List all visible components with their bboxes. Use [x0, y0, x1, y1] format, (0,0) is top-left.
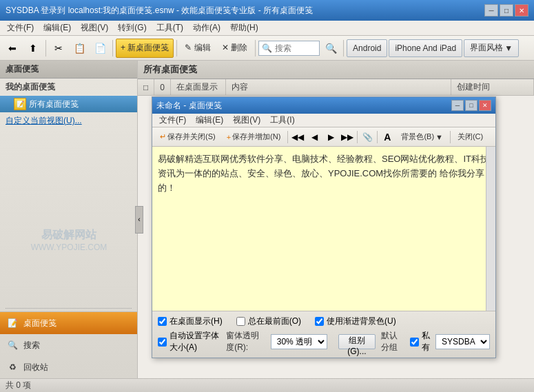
- note-save-close-button[interactable]: ↵ 保存并关闭(S): [155, 130, 220, 145]
- note-footer-row2: 自动设置字体大小(A) 窗体透明度(R): 30% 透明 组别(G)... 默认…: [158, 330, 490, 353]
- status-text: 共 0 项: [6, 380, 31, 391]
- note-scrollbar[interactable]: [486, 147, 495, 311]
- menu-view[interactable]: 视图(V): [76, 21, 112, 35]
- note-window-title: 未命名 - 桌面便笺: [156, 100, 451, 112]
- menu-tools[interactable]: 工具(T): [152, 21, 187, 35]
- status-bar: 共 0 项: [0, 378, 534, 392]
- search-input[interactable]: [275, 43, 316, 53]
- note-menu-tools[interactable]: 工具(I): [266, 114, 298, 127]
- cut-button[interactable]: ✂: [49, 39, 68, 58]
- note-tb-sep-3: [377, 131, 378, 143]
- edit-button[interactable]: ✎ 编辑: [180, 39, 215, 58]
- iphone-button[interactable]: iPhone And iPad: [389, 39, 462, 57]
- android-button[interactable]: Android: [347, 39, 387, 57]
- note-tb-sep-1: [287, 131, 288, 143]
- note-footer: 在桌面显示(H) 总在最前面(O) 使用渐进背景色(U) 自动设置字体大小(A): [152, 311, 495, 358]
- auto-font-checkbox[interactable]: 自动设置字体大小(A): [158, 330, 220, 353]
- col-display: 在桌面显示: [171, 79, 226, 95]
- search-nav-icon: 🔍: [6, 338, 19, 352]
- save-close-icon: ↵: [160, 132, 166, 141]
- minimize-button[interactable]: ─: [484, 4, 498, 17]
- restore-button[interactable]: □: [500, 4, 513, 17]
- note-icon: 📝: [14, 98, 26, 110]
- attach-button[interactable]: 📎: [360, 130, 375, 145]
- auto-font-input[interactable]: [158, 338, 167, 347]
- note-close-button[interactable]: ✕: [479, 100, 491, 111]
- note-menu-edit[interactable]: 编辑(E): [192, 114, 227, 127]
- my-notes-group: 我的桌面便笺: [0, 79, 137, 96]
- forward-button[interactable]: ⬆: [23, 39, 43, 58]
- note-save-add-button[interactable]: + 保存并增加(N): [222, 130, 286, 145]
- nav-next-button[interactable]: ▶: [323, 130, 338, 145]
- close-button[interactable]: ✕: [515, 4, 528, 17]
- menu-action[interactable]: 动作(A): [189, 21, 225, 35]
- note-restore-button[interactable]: □: [465, 100, 477, 111]
- nav-recycle[interactable]: ♻ 回收站: [0, 356, 137, 378]
- search-execute-button[interactable]: 🔍: [321, 39, 340, 58]
- background-color-button[interactable]: 背景色(B) ▼: [396, 130, 448, 145]
- private-input[interactable]: [410, 338, 419, 347]
- sidebar-custom-view[interactable]: 自定义当前视图(U)...: [0, 112, 137, 130]
- transparency-select[interactable]: 30% 透明: [271, 334, 327, 349]
- search-icon: 🔍: [262, 43, 272, 53]
- private-user-select[interactable]: SYSDBA: [435, 334, 490, 349]
- toolbar-sep-2: [112, 40, 113, 56]
- nav-first-button[interactable]: ◀◀: [290, 130, 305, 145]
- note-minimize-button[interactable]: ─: [451, 100, 464, 111]
- sidebar-collapse-button[interactable]: ‹: [135, 206, 143, 234]
- note-menu-bar: 文件(F) 编辑(E) 视图(V) 工具(I): [152, 114, 495, 127]
- main-window-chrome: SYSDBA 登录到 localhost:我的桌面便笺.esnw - 效能桌面便…: [0, 0, 534, 21]
- note-menu-view[interactable]: 视图(V): [229, 114, 265, 127]
- note-close-toolbar-button[interactable]: 关闭(C): [453, 130, 488, 145]
- always-on-top-checkbox[interactable]: 总在最前面(O): [236, 316, 301, 327]
- window-title: SYSDBA 登录到 localhost:我的桌面便笺.esnw - 效能桌面便…: [6, 5, 484, 17]
- col-icon: □: [138, 79, 154, 95]
- main-area: 桌面便笺 我的桌面便笺 📝 所有桌面便笺 自定义当前视图(U)... 易破解网站…: [0, 61, 534, 378]
- sidebar-bottom: 📝 桌面便笺 🔍 搜索 ♻ 回收站: [0, 311, 137, 378]
- menu-goto[interactable]: 转到(G): [114, 21, 150, 35]
- show-on-desktop-checkbox[interactable]: 在桌面显示(H): [158, 316, 223, 327]
- new-note-button[interactable]: + 新桌面便笺: [116, 39, 174, 58]
- notes-nav-icon: 📝: [6, 316, 19, 330]
- nav-prev-button[interactable]: ◀: [307, 130, 322, 145]
- note-toolbar: ↵ 保存并关闭(S) + 保存并增加(N) ◀◀ ◀ ▶ ▶▶ 📎 A 背景色(…: [152, 127, 495, 147]
- use-gradient-checkbox[interactable]: 使用渐进背景色(U): [315, 316, 396, 327]
- note-content-area[interactable]: 易破解精选互联网优秀软件分享、电脑技术、经验教程、SEO网站优化教程、IT科技资…: [152, 147, 495, 311]
- search-box: 🔍: [258, 41, 320, 56]
- style-button[interactable]: 界面风格 ▼: [464, 39, 519, 57]
- menu-edit[interactable]: 编辑(E): [39, 21, 75, 35]
- nav-notes[interactable]: 📝 桌面便笺: [0, 312, 137, 334]
- note-window: 未命名 - 桌面便笺 ─ □ ✕ 文件(F) 编辑(E) 视图(V) 工具(I)…: [152, 96, 496, 358]
- always-on-top-input[interactable]: [236, 317, 245, 326]
- copy-button[interactable]: 📋: [70, 39, 89, 58]
- group-value: 默认分组: [381, 330, 404, 353]
- nav-last-button[interactable]: ▶▶: [340, 130, 355, 145]
- content-header: 所有桌面便笺: [138, 61, 534, 79]
- col-num: 0: [154, 79, 171, 95]
- group-button[interactable]: 组别(G)...: [338, 334, 376, 349]
- nav-search[interactable]: 🔍 搜索: [0, 334, 137, 356]
- back-button[interactable]: ⬅: [3, 39, 22, 58]
- main-toolbar: ⬅ ⬆ ✂ 📋 📄 + 新桌面便笺 ✎ 编辑 ✕ 删除 🔍 🔍 Android …: [0, 36, 534, 61]
- content-area: 所有桌面便笺 □ 0 在桌面显示 内容 创建时间 未命名 - 桌面便笺 ─ □ …: [138, 61, 534, 378]
- sidebar-section-title: 桌面便笺: [0, 61, 137, 79]
- toolbar-sep-4: [255, 40, 256, 56]
- sidebar-item-all-notes[interactable]: 📝 所有桌面便笺: [0, 96, 137, 112]
- transparency-label: 窗体透明度(R):: [226, 330, 265, 353]
- delete-button[interactable]: ✕ 删除: [217, 39, 252, 58]
- sidebar: 桌面便笺 我的桌面便笺 📝 所有桌面便笺 自定义当前视图(U)... 易破解网站…: [0, 61, 138, 378]
- save-add-icon: +: [227, 133, 231, 141]
- menu-help[interactable]: 帮助(H): [226, 21, 263, 35]
- private-checkbox[interactable]: 私有: [410, 330, 430, 353]
- show-on-desktop-input[interactable]: [158, 317, 167, 326]
- toolbar-sep-5: [343, 40, 344, 56]
- menu-file[interactable]: 文件(F): [3, 21, 38, 35]
- font-button[interactable]: A: [380, 130, 395, 145]
- note-menu-file[interactable]: 文件(F): [155, 114, 190, 127]
- paste-button[interactable]: 📄: [90, 39, 110, 58]
- note-text: 易破解精选互联网优秀软件分享、电脑技术、经验教程、SEO网站优化教程、IT科技资…: [158, 154, 489, 193]
- note-window-controls: ─ □ ✕: [451, 100, 491, 111]
- col-content: 内容: [226, 79, 451, 95]
- use-gradient-input[interactable]: [315, 317, 324, 326]
- note-window-chrome: 未命名 - 桌面便笺 ─ □ ✕: [152, 97, 495, 114]
